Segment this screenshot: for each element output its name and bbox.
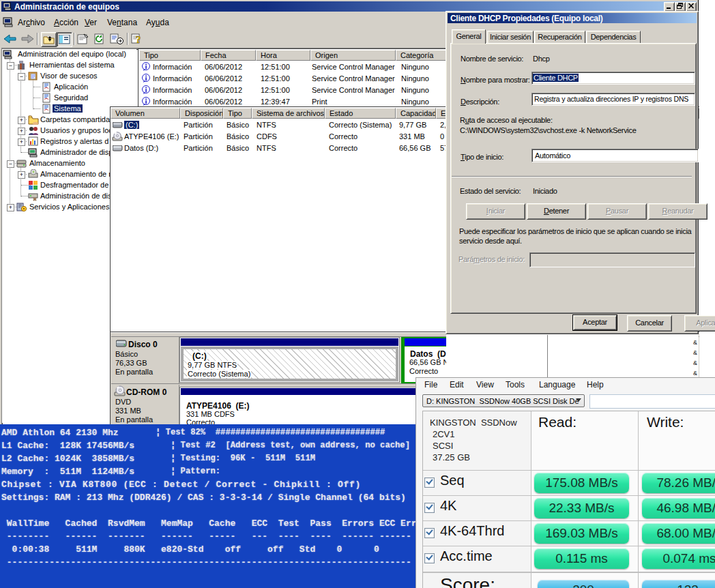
svg-text:?: ?	[136, 34, 141, 45]
